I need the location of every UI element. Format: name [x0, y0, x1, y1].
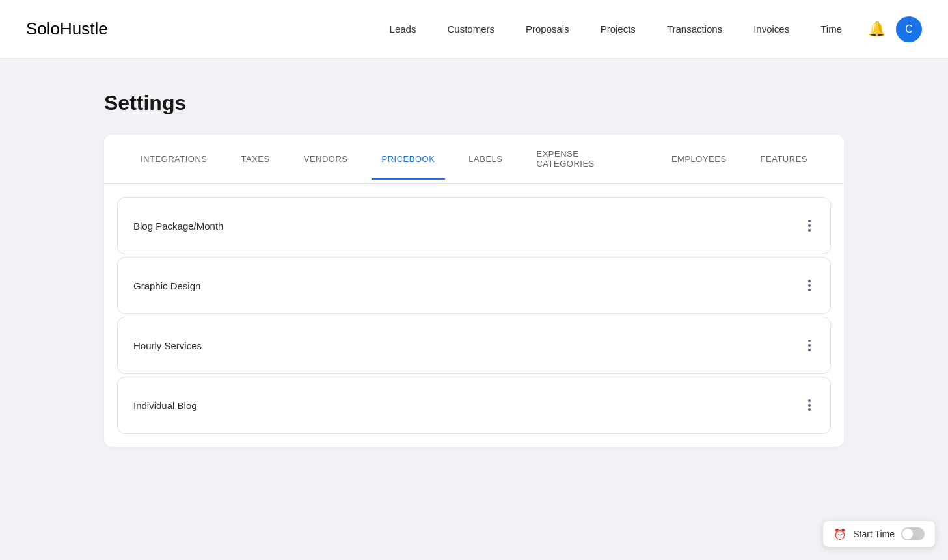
header: SoloHustle Leads Customers Proposals Pro… [0, 0, 948, 59]
pricebook-item-1: Blog Package/Month [117, 197, 831, 254]
main-nav: Leads Customers Proposals Projects Trans… [390, 23, 842, 34]
tab-employees[interactable]: EMPLOYEES [661, 140, 737, 180]
nav-item-customers[interactable]: Customers [447, 23, 494, 34]
settings-card: INTEGRATIONS TAXES VENDORS PRICEBOOK LAB… [104, 135, 844, 447]
settings-tabs: INTEGRATIONS TAXES VENDORS PRICEBOOK LAB… [104, 135, 844, 184]
tab-expense-categories[interactable]: EXPENSE CATEGORIES [526, 135, 647, 184]
logo[interactable]: SoloHustle [26, 19, 108, 39]
pricebook-item-3-name: Hourly Services [133, 340, 202, 351]
nav-item-transactions[interactable]: Transactions [667, 23, 722, 34]
pricebook-items-container: Blog Package/Month Graphic Design Hourly… [104, 184, 844, 447]
pricebook-item-3-more-icon[interactable] [804, 336, 815, 355]
avatar[interactable]: C [896, 16, 922, 42]
notification-bell-icon[interactable]: 🔔 [868, 21, 886, 38]
nav-item-time[interactable]: Time [820, 23, 842, 34]
tab-taxes[interactable]: TAXES [231, 140, 280, 180]
tab-labels[interactable]: LABELS [458, 140, 513, 180]
toggle-knob [902, 529, 913, 539]
pricebook-item-1-more-icon[interactable] [804, 216, 815, 235]
pricebook-item-4: Individual Blog [117, 377, 831, 434]
start-time-toggle[interactable] [901, 527, 925, 540]
tab-pricebook[interactable]: PRICEBOOK [372, 140, 446, 180]
page-title: Settings [104, 91, 844, 115]
tab-features[interactable]: FEATURES [750, 140, 818, 180]
tab-integrations[interactable]: INTEGRATIONS [130, 140, 218, 180]
clock-icon: ⏰ [833, 528, 846, 540]
logo-light: Hustle [60, 19, 108, 38]
nav-item-leads[interactable]: Leads [390, 23, 416, 34]
nav-item-projects[interactable]: Projects [601, 23, 636, 34]
pricebook-item-1-name: Blog Package/Month [133, 220, 223, 232]
tab-vendors[interactable]: VENDORS [293, 140, 359, 180]
logo-bold: Solo [26, 19, 60, 38]
header-actions: 🔔 C [868, 16, 922, 42]
pricebook-item-2-name: Graphic Design [133, 280, 200, 291]
nav-item-proposals[interactable]: Proposals [526, 23, 569, 34]
main-content: Settings INTEGRATIONS TAXES VENDORS PRIC… [0, 59, 948, 479]
pricebook-item-4-more-icon[interactable] [804, 395, 815, 415]
start-time-bar: ⏰ Start Time [823, 521, 935, 547]
pricebook-item-3: Hourly Services [117, 317, 831, 374]
nav-item-invoices[interactable]: Invoices [753, 23, 789, 34]
pricebook-item-2: Graphic Design [117, 257, 831, 314]
pricebook-item-2-more-icon[interactable] [804, 276, 815, 295]
pricebook-item-4-name: Individual Blog [133, 400, 197, 411]
start-time-label: Start Time [853, 529, 895, 539]
